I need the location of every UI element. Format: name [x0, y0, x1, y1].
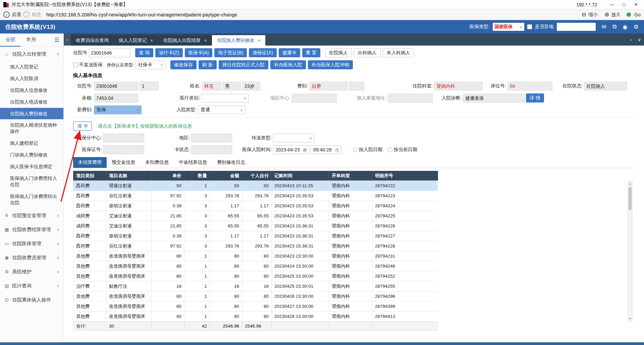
toolbar-button[interactable]: 医保卡(A)	[185, 48, 213, 57]
fee-table-row[interactable]: 其他费改造病房母婴病床801808020230427 23:30:00肾病内科2…	[73, 301, 438, 312]
fee-table-row[interactable]: 其他费改造病房母婴病床801808020230424 23:30:00肾病内科2…	[73, 261, 438, 271]
insurance-admit-time-input[interactable]: 09:40:28 ◷	[311, 145, 341, 154]
toolbar-button[interactable]: 择日住院转正式入院	[219, 60, 268, 69]
toolbar-button[interactable]: 刷 新	[199, 60, 217, 69]
sidebar-group-in-out-transfer[interactable]: ⌂住院入出转管理∧	[0, 47, 63, 61]
fee-column-header[interactable]: 项目类别	[73, 171, 106, 181]
tab-active[interactable]: 住院病人费别修改×	[212, 35, 265, 46]
insurance-type-select[interactable]: 国家医保 ∨	[493, 23, 524, 31]
fee-column-header[interactable]: 明细序号	[372, 171, 438, 181]
detail-tab[interactable]: 未结算费用	[73, 157, 107, 168]
scrollbar-thumb[interactable]	[629, 187, 632, 210]
fee-column-header[interactable]: 金额	[210, 171, 242, 181]
fee-table-row[interactable]: 西药费柴胡注射液0.3931.171.1720230423 15:35:53肾病…	[73, 201, 438, 211]
fee-column-header[interactable]: 项目名称	[106, 171, 152, 181]
toolbar-button[interactable]: 电子凭证(B)	[214, 48, 247, 57]
scroll-down-icon[interactable]: ▼	[629, 316, 632, 321]
toolbar-button[interactable]: 查 询	[135, 48, 153, 57]
sidebar-tab-all[interactable]: 全部	[0, 33, 21, 47]
fee-column-header[interactable]: 记账时间	[272, 171, 329, 181]
zoom-out-icon[interactable]: ⊖	[582, 11, 586, 18]
sidebar-group-insurance[interactable]: ▭住院医保管理∨	[0, 236, 63, 251]
detail-tab[interactable]: 中途结算信息	[174, 157, 212, 168]
sidebar-item[interactable]: 住院病人精准扶贫病种操作	[0, 119, 63, 137]
minimize-icon[interactable]: —	[607, 2, 616, 7]
back-label[interactable]: 后退	[12, 12, 21, 18]
settings-gear-icon[interactable]: ⚙	[634, 23, 639, 30]
toolbar-button[interactable]: 修改保存	[170, 60, 197, 69]
detail-tab[interactable]: 费别修改日志	[212, 157, 250, 168]
inpatient-no-input[interactable]: 23001646	[89, 49, 130, 57]
tab-close-icon[interactable]: ×	[150, 38, 153, 43]
sidebar-item[interactable]: 病人入院取消	[0, 73, 63, 84]
toolbar-button[interactable]: 在院病人	[325, 48, 352, 57]
sidebar-group-deposit[interactable]: ¥住院预交金管理∨	[0, 208, 63, 222]
sidebar-tab-common[interactable]: 常用	[21, 33, 42, 47]
fee-table-row[interactable]: 成药费艾迪注射液21.85365.5565.5520230423 15:35:5…	[73, 211, 438, 221]
hamburger-menu-icon[interactable]: ☰	[54, 37, 59, 44]
fee-column-header[interactable]: 数量	[184, 171, 210, 181]
fee-table-row[interactable]: 西药费肾康注射液501505020230423 10:11:25肾病内科2879…	[73, 181, 438, 191]
header-input[interactable]	[557, 23, 596, 31]
sidebar-group-statistics[interactable]: ▤统计查询∨	[0, 279, 63, 293]
scroll-up-icon[interactable]: ▲	[629, 181, 632, 186]
detail-button[interactable]: 详 情	[526, 93, 544, 102]
forward-icon[interactable]: ›	[23, 11, 30, 18]
sidebar-item[interactable]: 病人建档登记	[0, 137, 63, 149]
tab-item[interactable]: 住院病人出院结算×	[158, 35, 211, 46]
medical-category-select[interactable]: ∨	[201, 94, 249, 102]
fee-column-header[interactable]: 单价	[152, 171, 184, 181]
sidebar-item[interactable]: 出院病人电话修改	[0, 96, 63, 108]
no-send-insurance-checkbox[interactable]	[73, 63, 78, 67]
tab-item[interactable]: 收费员综合查询	[71, 35, 113, 46]
close-icon[interactable]: ✕	[631, 2, 641, 7]
by-current-date-radio[interactable]	[388, 147, 392, 152]
sidebar-group-maintenance[interactable]: ⚙系统维护∨	[0, 265, 63, 279]
transfer-type-select[interactable]: ∨	[273, 134, 315, 142]
fee-table-row[interactable]: 西药费谷红注射液97.923293.76293.7620230423 15:36…	[73, 241, 438, 251]
fee-table-row[interactable]: 其他费改造病房母婴病床801808020230428 23:30:00肾病内科2…	[73, 312, 438, 322]
by-admit-date-radio[interactable]	[353, 147, 358, 152]
sidebar-item[interactable]: 住院病人费别修改	[0, 108, 63, 120]
tab-item[interactable]: 病人入院登记×	[114, 35, 158, 46]
detail-tab[interactable]: 预交金信息	[107, 157, 140, 168]
collapse-sidebar-icon[interactable]: ‹	[64, 33, 70, 46]
detail-tab[interactable]: 未扣费信息	[140, 157, 174, 168]
tab-close-icon[interactable]: ×	[258, 38, 260, 43]
maximize-icon[interactable]: □	[619, 2, 629, 7]
read-card-button[interactable]: 读 卡	[73, 122, 92, 131]
fee-column-header[interactable]: 个人自付	[242, 171, 272, 181]
fee-table-row[interactable]: 西药费谷红注射液97.923293.76293.7620230423 15:35…	[73, 191, 438, 201]
toolbar-button[interactable]: 身份证(X)	[249, 48, 277, 57]
fee-table-scroll-area[interactable]: 西药费肾康注射液501505020230423 10:11:25肾病内科2879…	[73, 181, 438, 321]
zoom-out-label[interactable]: 缩小	[588, 12, 598, 18]
admission-type-select[interactable]: 普通 ∨	[198, 106, 246, 114]
back-icon[interactable]: ‹	[3, 11, 10, 18]
toolbar-button[interactable]: 健康卡	[279, 48, 300, 57]
toolbar-button[interactable]: 重 置	[302, 48, 320, 57]
toolbar-button[interactable]: 补办医保入院	[270, 60, 306, 69]
tab-menu-icon[interactable]: ∨	[638, 37, 641, 42]
tab-scroll-right-icon[interactable]: ›	[630, 37, 632, 42]
fee-table-row[interactable]: 其他费改造病房母婴病床801808020230426 23:30:00肾病内科2…	[73, 291, 438, 301]
remote-checkbox[interactable]	[527, 24, 532, 29]
new-fee-type-select[interactable]: 医保 ∨	[94, 106, 142, 114]
toolbar-button[interactable]: 诊疗卡(Z)	[155, 48, 183, 57]
fee-table-row[interactable]: 西药费柴胡注射液0.3931.171.1720230423 15:36:31肾病…	[73, 231, 438, 241]
fee-table-row[interactable]: 成药费艾迪注射液21.85365.5565.5520230423 15:36:3…	[73, 221, 438, 231]
auth-type-select[interactable]: 社保卡 ∨	[136, 61, 166, 69]
go-button[interactable]: Go	[634, 12, 641, 17]
toolbar-button[interactable]: 补办医保入院冲销	[308, 60, 353, 69]
sidebar-item[interactable]: 门诊病人费别修改	[0, 149, 63, 161]
vertical-scrollbar[interactable]: ▲ ▼	[628, 181, 633, 322]
sidebar-item[interactable]: 病人医保卡信息绑定	[0, 161, 63, 172]
zoom-in-label[interactable]: 放大	[611, 12, 621, 18]
fee-table-row[interactable]: 其他费改造病房母婴病床801808020230425 23:30:00肾病内科2…	[73, 271, 438, 281]
sidebar-item[interactable]: 医保病人门诊费用转入住院	[0, 172, 63, 191]
eye-icon[interactable]: ◉	[623, 23, 628, 30]
sidebar-group-settlement[interactable]: ▦住院收费结算管理∨	[0, 222, 63, 236]
address-url[interactable]: http://192.168.5.208/his-zysf-new/app/#/…	[46, 12, 578, 17]
sidebar-item[interactable]: 医保病人门诊费用转出住院	[0, 191, 63, 209]
zoom-in-icon[interactable]: ⊕	[604, 11, 609, 18]
toolbar-button[interactable]: 未入科病人	[383, 48, 414, 57]
